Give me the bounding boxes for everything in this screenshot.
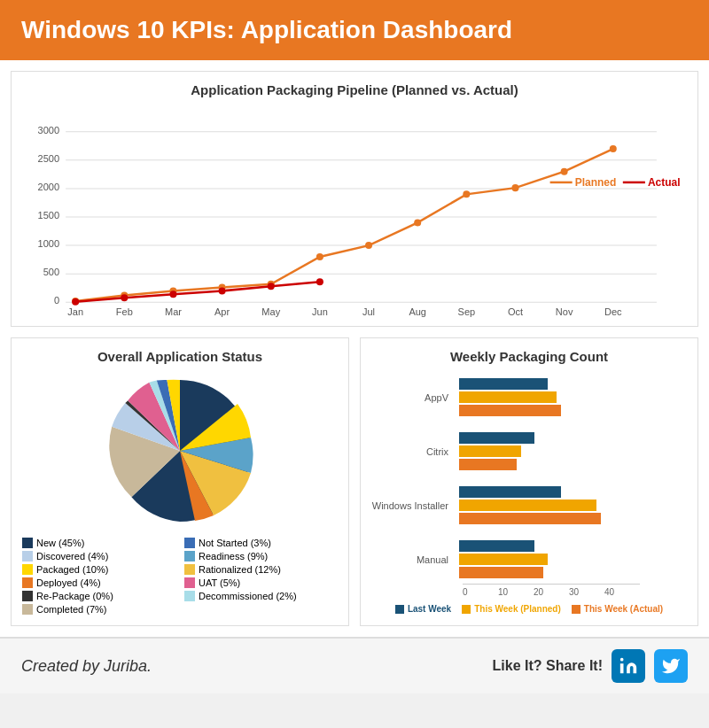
bar-label-windows-installer: Windows Installer	[371, 500, 456, 511]
svg-text:Nov: Nov	[556, 306, 573, 317]
legend-color-decommissioned	[184, 591, 195, 601]
twitter-icon	[661, 656, 681, 676]
bar-wininstaller-lastweek	[459, 486, 561, 498]
svg-text:Actual: Actual	[648, 176, 681, 189]
legend-color-discovered	[22, 551, 33, 561]
footer-brand: Created by Juriba.	[21, 657, 152, 676]
bar-appv-lastweek	[459, 378, 548, 390]
bar-citrix-actual	[459, 459, 517, 470]
bar-group-citrix: Citrix	[371, 432, 687, 470]
svg-point-48	[620, 658, 624, 662]
legend-item-readiness: Readiness (9%)	[184, 551, 338, 561]
legend-label-packaged: Packaged (10%)	[36, 564, 108, 575]
svg-text:3000: 3000	[38, 125, 60, 136]
legend-item-not-started: Not Started (3%)	[184, 538, 338, 548]
axis-label-30: 30	[569, 587, 604, 597]
bar-group-manual: Manual	[371, 540, 687, 578]
legend-color-rationalized	[184, 564, 195, 575]
svg-text:0: 0	[54, 295, 59, 306]
legend-label-discovered: Discovered (4%)	[36, 551, 108, 561]
svg-point-43	[316, 278, 323, 285]
svg-point-35	[511, 184, 518, 191]
legend-label-uat: UAT (5%)	[199, 577, 240, 588]
bottom-row: Overall Application Status	[11, 337, 698, 626]
axis-label-0: 0	[463, 587, 498, 597]
legend-item-new: New (45%)	[22, 538, 175, 548]
bar-legend-label-planned: This Week (Planned)	[474, 604, 561, 614]
bar-legend-planned: This Week (Planned)	[462, 604, 561, 614]
svg-text:1000: 1000	[38, 238, 60, 249]
bar-appv-planned	[459, 391, 557, 403]
bar-wininstaller-planned	[459, 500, 596, 511]
legend-color-repackage	[22, 591, 33, 601]
svg-text:Oct: Oct	[508, 306, 523, 317]
axis-label-20: 20	[534, 587, 569, 597]
axis-label-40: 40	[604, 587, 640, 597]
legend-color-packaged	[22, 564, 33, 575]
bar-label-appv: AppV	[371, 392, 456, 403]
bar-appv-actual	[459, 405, 561, 416]
legend-label-repackage: Re-Package (0%)	[36, 591, 113, 601]
svg-point-39	[121, 294, 128, 301]
bar-group-windows-installer: Windows Installer	[371, 486, 687, 524]
svg-text:Apr: Apr	[214, 306, 230, 317]
bar-legend-color-lastweek	[395, 605, 404, 614]
pie-chart-svg	[100, 371, 260, 531]
legend-label-decommissioned: Decommissioned (2%)	[199, 591, 297, 601]
bar-wininstaller-actual	[459, 513, 601, 524]
legend-color-not-started	[184, 538, 195, 548]
legend-label-new: New (45%)	[36, 538, 84, 548]
svg-text:Jan: Jan	[67, 306, 83, 317]
legend-color-new	[22, 538, 33, 548]
svg-text:500: 500	[43, 267, 59, 277]
line-chart-section: Application Packaging Pipeline (Planned …	[11, 71, 698, 327]
svg-text:Mar: Mar	[165, 306, 182, 317]
svg-point-32	[365, 242, 372, 249]
svg-point-34	[463, 190, 470, 197]
twitter-button[interactable]	[654, 649, 688, 683]
svg-text:Jul: Jul	[362, 306, 375, 317]
legend-item-repackage: Re-Package (0%)	[22, 591, 175, 601]
bar-citrix-planned	[459, 445, 521, 457]
svg-point-31	[316, 253, 323, 260]
legend-color-readiness	[184, 551, 195, 561]
legend-item-decommissioned: Decommissioned (2%)	[184, 591, 338, 601]
line-chart-container: 0 500 1000 1500 2000 2500 3000 Jan	[26, 105, 683, 317]
footer: Created by Juriba. Like It? Share It!	[0, 637, 709, 693]
bar-legend-actual: This Week (Actual)	[572, 604, 663, 614]
page-title: Windows 10 KPIs: Application Dashboard	[21, 16, 512, 43]
bar-legend: Last Week This Week (Planned) This Week …	[371, 604, 687, 614]
legend-label-rationalized: Rationalized (12%)	[199, 564, 281, 575]
svg-text:1500: 1500	[38, 210, 60, 221]
bar-legend-label-actual: This Week (Actual)	[584, 604, 663, 614]
legend-color-deployed	[22, 577, 33, 588]
linkedin-icon	[619, 656, 638, 676]
svg-text:Feb: Feb	[116, 306, 133, 317]
bar-chart-section: Weekly Packaging Count AppV	[360, 337, 698, 626]
legend-label-completed: Completed (7%)	[36, 604, 106, 615]
bar-chart-area: AppV	[371, 371, 687, 614]
legend-item-deployed: Deployed (4%)	[22, 577, 175, 588]
main-content: Application Packaging Pipeline (Planned …	[0, 60, 709, 637]
bar-legend-lastweek: Last Week	[395, 604, 451, 614]
svg-point-37	[610, 145, 617, 152]
page-header: Windows 10 KPIs: Application Dashboard	[0, 0, 709, 60]
pie-chart-section: Overall Application Status	[11, 337, 349, 626]
legend-color-completed	[22, 604, 33, 615]
legend-item-completed: Completed (7%)	[22, 604, 175, 615]
svg-text:May: May	[261, 306, 280, 317]
svg-point-33	[414, 219, 421, 226]
axis-label-10: 10	[498, 587, 534, 597]
bar-legend-label-lastweek: Last Week	[408, 604, 451, 614]
bar-label-manual: Manual	[371, 554, 456, 565]
svg-text:2000: 2000	[38, 182, 60, 192]
svg-text:Planned: Planned	[575, 176, 617, 189]
linkedin-button[interactable]	[612, 649, 645, 683]
line-chart-svg: 0 500 1000 1500 2000 2500 3000 Jan	[26, 105, 683, 317]
svg-point-38	[72, 298, 79, 306]
pie-legend: New (45%) Not Started (3%) Discovered (4…	[22, 538, 338, 615]
bar-manual-actual	[459, 567, 543, 578]
svg-text:2500: 2500	[38, 153, 60, 164]
svg-point-40	[169, 290, 176, 298]
legend-label-deployed: Deployed (4%)	[36, 577, 101, 588]
